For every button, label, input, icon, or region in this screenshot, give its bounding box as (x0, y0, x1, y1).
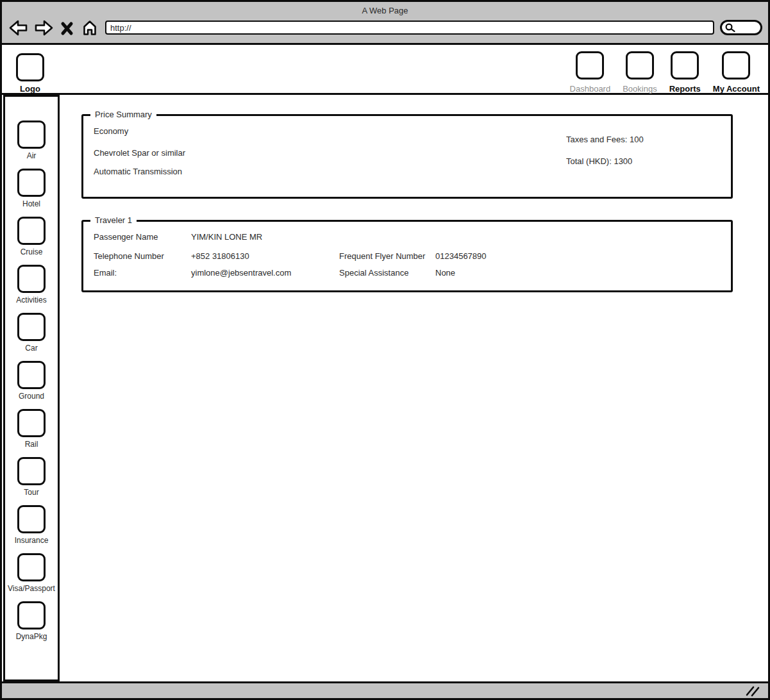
taxes-and-fees: Taxes and Fees: 100 (566, 135, 644, 145)
price-summary-line: Chevrolet Spar or similar (94, 148, 185, 158)
special-assistance-label: Special Assistance (339, 268, 408, 278)
browser-window: A Web Page (0, 0, 770, 700)
sidebar-item-label: Hotel (22, 199, 40, 208)
passenger-name-value: YIM/KIN LONE MR (191, 232, 262, 242)
sidebar-item-label: Tour (24, 488, 38, 497)
nav-item-label: My Account (713, 84, 760, 94)
logo[interactable]: Logo (16, 53, 44, 94)
hotel-icon (17, 169, 46, 197)
sidebar-item-label: DynaPkg (16, 632, 47, 641)
sidebar-item-tour[interactable]: Tour (5, 457, 58, 497)
logo-label: Logo (16, 84, 44, 94)
sidebar-item-car[interactable]: Car (5, 313, 58, 353)
telephone-value: +852 31806130 (191, 251, 249, 262)
search-icon (724, 22, 737, 33)
sidebar-item-dynapkg[interactable]: DynaPkg (5, 601, 58, 641)
price-summary-line: Automatic Transmission (94, 167, 182, 177)
sidebar-item-label: Ground (19, 392, 44, 401)
sidebar-item-visa-passport[interactable]: Visa/Passport (5, 553, 58, 593)
back-arrow-icon[interactable] (8, 19, 28, 37)
resize-grip-icon[interactable] (744, 685, 761, 697)
sidebar-item-label: Car (25, 344, 37, 353)
logo-image-placeholder (16, 53, 44, 81)
sidebar-item-ground[interactable]: Ground (5, 361, 58, 401)
header-nav: Dashboard Bookings Reports My Account (570, 51, 760, 94)
sidebar-item-cruise[interactable]: Cruise (5, 217, 58, 256)
url-input[interactable] (105, 21, 714, 35)
reports-icon (671, 51, 699, 79)
sidebar: Air Hotel Cruise Activities Car Ground (3, 95, 60, 681)
browser-toolbar (8, 17, 762, 38)
special-assistance-value: None (435, 268, 455, 278)
sidebar-item-rail[interactable]: Rail (5, 409, 58, 449)
price-summary-panel: Price Summary Economy Chevrolet Spar or … (81, 114, 733, 199)
ground-icon (17, 361, 46, 389)
traveler-panel: Traveler 1 Passenger Name YIM/KIN LONE M… (81, 220, 733, 292)
sidebar-item-air[interactable]: Air (5, 121, 58, 160)
home-icon[interactable] (80, 19, 99, 37)
sidebar-item-label: Rail (25, 440, 38, 449)
main-content: Price Summary Economy Chevrolet Spar or … (60, 95, 768, 681)
rail-icon (17, 409, 46, 437)
browser-chrome: A Web Page (2, 2, 768, 45)
nav-item-label: Reports (669, 84, 701, 94)
nav-item-my-account[interactable]: My Account (713, 51, 760, 94)
sidebar-item-hotel[interactable]: Hotel (5, 169, 58, 208)
status-bar (2, 681, 768, 698)
activities-icon (17, 265, 46, 293)
site-header: Logo Dashboard Bookings Reports My Accou… (2, 45, 768, 95)
cruise-icon (17, 217, 46, 245)
bookings-icon (626, 51, 654, 79)
sidebar-item-label: Insurance (15, 536, 49, 545)
close-x-icon[interactable] (60, 20, 74, 36)
email-value: yimlone@jebsentravel.com (191, 268, 291, 278)
nav-item-bookings[interactable]: Bookings (623, 51, 657, 94)
total-amount: Total (HKD): 1300 (566, 156, 632, 167)
telephone-label: Telephone Number (94, 251, 164, 262)
car-icon (17, 313, 46, 341)
sidebar-item-label: Activities (16, 296, 46, 304)
sidebar-item-label: Visa/Passport (8, 584, 55, 593)
sidebar-item-label: Air (27, 151, 37, 160)
page-body: Air Hotel Cruise Activities Car Ground (2, 95, 768, 681)
forward-arrow-icon[interactable] (34, 19, 54, 37)
email-label: Email: (94, 268, 117, 278)
price-summary-line: Economy (94, 126, 128, 137)
frequent-flyer-value: 01234567890 (435, 251, 487, 262)
price-summary-legend: Price Summary (90, 110, 156, 119)
nav-item-label: Dashboard (570, 84, 611, 94)
nav-item-reports[interactable]: Reports (669, 51, 701, 94)
visa-passport-icon (17, 553, 46, 581)
passenger-name-label: Passenger Name (94, 232, 158, 242)
browser-title: A Web Page (2, 2, 768, 15)
tour-icon (17, 457, 46, 485)
dynapkg-icon (17, 601, 46, 629)
my-account-icon (722, 51, 750, 79)
sidebar-item-insurance[interactable]: Insurance (5, 505, 58, 545)
sidebar-item-label: Cruise (21, 247, 43, 256)
nav-item-label: Bookings (623, 84, 657, 94)
frequent-flyer-label: Frequent Flyer Number (339, 251, 425, 262)
sidebar-item-activities[interactable]: Activities (5, 265, 58, 304)
nav-item-dashboard[interactable]: Dashboard (570, 51, 611, 94)
dashboard-icon (576, 51, 604, 79)
air-icon (17, 121, 46, 149)
insurance-icon (17, 505, 46, 533)
traveler-legend: Traveler 1 (90, 215, 137, 225)
search-button[interactable] (720, 20, 762, 35)
